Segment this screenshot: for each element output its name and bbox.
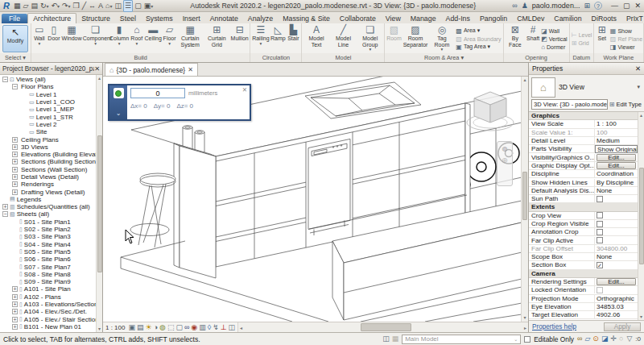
property-row-extents[interactable]: Extents [529,203,638,211]
model-viewport[interactable]: ⌄ ✕ 0 millimeters Δx= 0Δy= 0Δz= 0 [103,77,521,322]
tree-item-sheets-all[interactable]: −▧Sheets (all) [0,210,96,218]
ribbon-tab-collaborate[interactable]: Collaborate [335,14,381,23]
tree-item-s05[interactable]: ▯S05 - Site Plan5 [0,248,96,256]
model-button-model-line[interactable]: ╱Model Line [330,24,357,53]
ribbon-tab-cmldev[interactable]: CMLDev [512,14,549,23]
type-selector[interactable]: ⌂ 3D View ▾ [529,75,644,99]
room-area-small-button-area-boundary[interactable]: ▧Area Boundary [456,35,501,43]
property-row-far-clip-offset[interactable]: Far Clip Offset304800.00 [529,245,638,253]
signed-in-user[interactable]: paolo.moden... [532,2,580,10]
expand-toggle-icon[interactable] [22,92,27,98]
expand-toggle-icon[interactable]: + [12,294,18,300]
qat-icon-window[interactable]: ▦ [13,1,22,11]
properties-close-icon[interactable]: ✕ [635,64,641,73]
properties-scrollbar[interactable]: ▴ ▾ [638,112,644,320]
tree-item-a101[interactable]: +▯A101 - Site Plan [0,285,96,293]
expand-toggle-icon[interactable] [12,264,18,270]
opening-button-by-face[interactable]: ⊠By Face [505,24,526,53]
scroll-up-icon[interactable]: ▴ [98,76,101,81]
expand-toggle-icon[interactable] [22,122,27,127]
expand-toggle-icon[interactable]: + [12,317,18,322]
help-icon[interactable]: ? [594,2,602,10]
property-row-eye-elevation[interactable]: Eye Elevation34853.03 [529,303,638,311]
ribbon-tab-insert[interactable]: Insert [178,14,205,23]
work-plane-small-button-ref-plane[interactable]: ▨Ref Plane [610,35,642,43]
properties-header[interactable]: Properties ✕ [529,63,644,75]
expand-toggle-icon[interactable]: − [12,84,18,89]
view-tab-3d[interactable]: ⌂ {3D - paolo.modenese} ✕ [105,63,198,76]
qat-icon-aligned-dimension[interactable]: ↔ [88,1,97,11]
property-row-scale-value[interactable]: Scale Value 1:100 [529,129,638,137]
selection-toggle-icon-background-process[interactable]: ○ [619,335,623,343]
ribbon-tab-architecture[interactable]: Architecture [27,13,76,23]
qat-icon-close-hidden[interactable]: ▢ [134,1,142,11]
app-store-icon[interactable]: ⊞ [584,2,590,10]
horizontal-scrollbar[interactable]: ◂ ▸ [237,322,528,332]
tree-item-s01[interactable]: ▯S01 - Site Plan1 [0,218,96,226]
scroll-down-icon[interactable]: ▾ [523,315,526,321]
work-plane-small-button-show[interactable]: ▦Show [610,27,642,35]
property-row-target-elevation[interactable]: Target Elevation4902.06 [529,311,638,319]
scroll-up-icon[interactable]: ▴ [640,113,642,118]
tree-item-floor-plans[interactable]: −Floor Plans [0,83,96,90]
tree-item-site[interactable]: ▭Site [0,128,96,135]
selection-toggle-icon-select-by-face[interactable]: ◪ [601,335,609,343]
qat-icon-section[interactable]: ◫ [114,1,123,11]
input-box-close-icon[interactable]: ✕ [242,86,247,94]
tree-item-level-1[interactable]: ▭Level 1 [0,91,96,98]
instance-selector[interactable]: 3D View: {3D - paolo.modenese} ⌄ [531,99,608,110]
qat-icon-measure[interactable]: ╱ [81,1,87,11]
view-control-icon-worksharing-display[interactable]: ◫ [229,323,236,332]
opening-small-button-wall-opening[interactable]: ◪Wall [541,27,568,35]
ribbon-tab-analyze[interactable]: Analyze [243,14,278,23]
scroll-thumb[interactable] [522,172,527,220]
revit-logo-icon[interactable]: R [3,1,11,10]
build-button-wall[interactable]: ▭Wall▾ [32,24,47,53]
opening-small-button-vertical-opening[interactable]: ◩Vertical [541,35,568,43]
property-row-show-hidden-lines[interactable]: Show Hidden LinesBy Discipline [529,178,638,186]
room-area-small-button-tag-area[interactable]: ▣Tag Area ▾ [456,44,501,51]
tree-item-level-2[interactable]: ▭Level 2 [0,121,96,128]
selection-toggle-icon-select-underlay[interactable]: ▱ [584,335,590,343]
scroll-thumb[interactable] [361,323,411,331]
tree-item-detail-views[interactable]: +Detail Views (Detail) [0,173,96,181]
restore-button[interactable]: ▢ [623,2,630,10]
qat-icon-print[interactable]: ❒ [72,1,80,11]
view-control-icon-visual-style[interactable]: ▣ [128,323,135,332]
property-row-discipline[interactable]: DisciplineCoordination [529,170,638,178]
build-button-component[interactable]: ❏Component▾ [82,24,109,53]
ribbon-tab-prixt[interactable]: PrIxT [621,14,644,23]
view-control-icon-rendering-dialog[interactable]: ◍ [159,323,166,332]
expand-toggle-icon[interactable]: + [12,309,18,314]
expand-toggle-icon[interactable]: − [2,77,8,82]
expand-toggle-icon[interactable]: + [2,204,8,210]
edit-type-button[interactable]: ⊞ Edit Type [609,101,642,108]
view-control-icon-crop-region[interactable]: ▢ [175,323,183,332]
view-control-icon-sun-path[interactable]: ☀ [146,323,152,332]
scroll-right-icon[interactable]: ▸ [522,325,528,330]
view-control-icon-crop-view[interactable]: ⬚ [167,323,175,332]
panel-label-room-area[interactable]: Room & Area ▾ [385,53,502,62]
build-button-window[interactable]: ▦Window [61,24,82,53]
qat-icon-save[interactable]: ▤ [30,1,39,11]
tree-item-ceiling-plans[interactable]: +Ceiling Plans [0,135,96,143]
view-tab-close-icon[interactable]: ✕ [188,66,193,73]
view-scale-control[interactable]: 1 : 100 [105,324,126,331]
project-browser-header[interactable]: Project Browser - legen2020_paolo.mod...… [0,63,102,75]
property-row-section-box[interactable]: Section Box✓ [529,261,638,269]
scroll-thumb[interactable] [639,168,644,264]
expand-toggle-icon[interactable] [12,272,18,277]
expand-toggle-icon[interactable] [22,114,27,120]
view-control-icon-highlight-displacement[interactable]: ↯ [213,323,219,332]
tree-item-a104[interactable]: +▯A104 - Elev./Sec./Det. [0,308,96,315]
workset-icon-worksets-dialog[interactable]: ◫ [382,335,390,343]
model-button-model-text[interactable]: AModel Text [303,24,329,53]
selection-toggle-icon-select-pinned[interactable]: ⊙ [592,335,599,343]
build-button-ceiling[interactable]: ▬Ceiling [144,24,163,53]
expand-toggle-icon[interactable] [12,219,18,225]
expand-toggle-icon[interactable]: + [12,167,18,172]
editable-only-checkbox[interactable] [524,336,530,343]
view-control-icon-reveal-hidden[interactable]: ◉ [191,323,197,332]
qat-icon-open[interactable]: ▱ [22,1,29,11]
build-button-column[interactable]: ▮Column▾ [109,24,129,53]
